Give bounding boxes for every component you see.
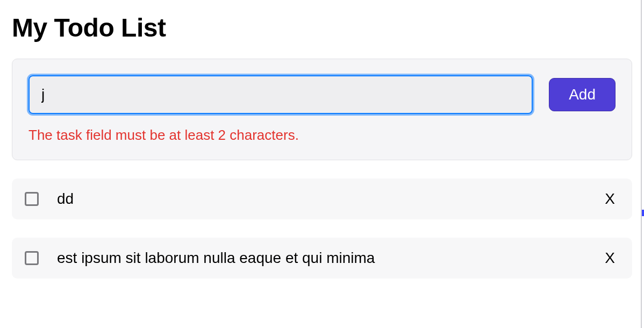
task-input[interactable] <box>28 75 533 114</box>
todo-text: dd <box>57 190 603 208</box>
todo-checkbox[interactable] <box>25 192 39 206</box>
todo-text: est ipsum sit laborum nulla eaque et qui… <box>57 249 603 267</box>
todo-checkbox[interactable] <box>25 251 39 265</box>
page-title: My Todo List <box>12 13 632 42</box>
form-row: Add <box>28 75 616 114</box>
window-edge <box>641 0 644 328</box>
delete-button[interactable]: X <box>603 249 617 267</box>
scroll-indicator-icon <box>642 210 644 216</box>
validation-error: The task field must be at least 2 charac… <box>28 127 616 144</box>
todo-item: est ipsum sit laborum nulla eaque et qui… <box>12 238 632 279</box>
todo-item: dd X <box>12 179 632 219</box>
delete-button[interactable]: X <box>603 190 617 208</box>
new-task-form: Add The task field must be at least 2 ch… <box>12 59 632 160</box>
todo-app: My Todo List Add The task field must be … <box>0 0 644 279</box>
add-button[interactable]: Add <box>549 78 616 111</box>
